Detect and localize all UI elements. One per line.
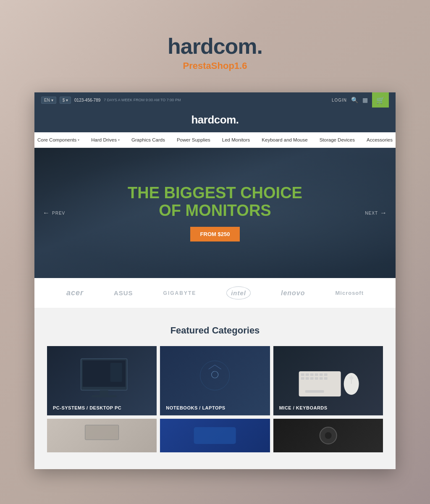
brand-microsoft[interactable]: Microsoft [335, 290, 364, 296]
svg-rect-15 [305, 377, 309, 380]
top-bar-left: EN ▾ $ ▾ 0123-456-789 7 DAYS A WEEK FROM… [41, 97, 181, 104]
cat-label-notebooks: NOTEBOOKS / LAPTOPS [160, 400, 231, 415]
brand-gigabyte[interactable]: GIGABYTE [163, 290, 197, 296]
svg-rect-17 [315, 377, 318, 380]
hero-highlight-2: MONITORS [186, 202, 271, 219]
svg-point-27 [325, 432, 331, 439]
featured-title: Featured Categories [47, 325, 383, 336]
currency-selector[interactable]: $ ▾ [60, 97, 71, 104]
slider-prev-button[interactable]: ← PREV [43, 209, 65, 217]
cart-button[interactable]: 🛒 [372, 92, 389, 108]
category-bottom-1[interactable] [47, 419, 157, 452]
category-notebooks[interactable]: NOTEBOOKS / LAPTOPS [160, 346, 270, 415]
categories-bottom-row [47, 419, 383, 452]
hero-headline-1: THE BIGGEST CHOICE [128, 184, 302, 202]
svg-rect-24 [85, 425, 119, 440]
svg-rect-4 [110, 363, 122, 382]
hero-highlight-1: THE BIGGEST [128, 184, 236, 202]
featured-section: Featured Categories PC-SYSTE [34, 308, 396, 469]
category-pc-systems[interactable]: PC-SYSTEMS / DESKTOP PC [47, 346, 157, 415]
nav-item-storage-devices[interactable]: Storage Devices [314, 132, 361, 147]
dropdown-arrow-icon: ▾ [78, 138, 79, 142]
svg-rect-11 [315, 373, 318, 376]
header-logo[interactable]: hardcom. [191, 113, 239, 126]
brand-acer[interactable]: acer [66, 289, 84, 297]
nav-item-accessories[interactable]: Accessories [361, 132, 399, 147]
brand-logo-sub: PrestaShop1.6 [8, 60, 422, 71]
categories-grid: PC-SYSTEMS / DESKTOP PC NOTEBOOKS / LAPT… [47, 346, 383, 415]
top-bar-right: LOGIN 🔍 ▦ 🛒 [332, 92, 389, 108]
page-background: hardcom. PrestaShop1.6 EN ▾ $ ▾ 0123-456… [0, 0, 430, 504]
svg-rect-14 [301, 377, 304, 380]
brand-logo-main: hardcom. [8, 34, 422, 59]
nav-item-core-components[interactable]: Core Components ▾ [31, 132, 85, 147]
phone-number: 0123-456-789 [74, 98, 100, 102]
svg-rect-9 [305, 373, 309, 376]
business-hours: 7 DAYS A WEEK FROM 9:00 AM TO 7:00 PM [104, 98, 181, 102]
svg-point-6 [212, 371, 218, 378]
brand-asus[interactable]: ASUS [114, 289, 133, 297]
svg-rect-2 [100, 390, 108, 395]
svg-rect-8 [301, 373, 304, 376]
cat-label-mice: MICE / KEYBOARDS [273, 400, 333, 415]
site-header: hardcom. [34, 108, 396, 132]
brands-bar: acer ASUS GIGABYTE intel lenovo Microsof… [34, 278, 396, 308]
nav-item-hard-drives[interactable]: Hard Drives ▾ [85, 132, 126, 147]
hero-slider: ← PREV THE BIGGEST CHOICE OF MONITORS FR… [34, 148, 396, 278]
category-bottom-2[interactable] [160, 419, 270, 452]
prev-arrow-icon: ← [43, 209, 50, 217]
svg-rect-18 [319, 377, 322, 380]
main-nav: Core Components ▾ Hard Drives ▾ Graphics… [34, 132, 396, 148]
svg-rect-20 [305, 390, 324, 393]
nav-item-power-supplies[interactable]: Power Supplies [171, 132, 216, 147]
svg-rect-3 [92, 395, 117, 397]
hero-headline-2: OF MONITORS [128, 202, 302, 220]
svg-point-23 [349, 376, 353, 380]
dropdown-arrow-icon: ▾ [118, 138, 120, 142]
brand-lenovo[interactable]: lenovo [281, 289, 305, 297]
brand-intel[interactable]: intel [226, 286, 251, 299]
store-window: EN ▾ $ ▾ 0123-456-789 7 DAYS A WEEK FROM… [34, 92, 396, 469]
hero-cta-button[interactable]: FROM $250 [190, 227, 240, 242]
nav-item-keyboard-mouse[interactable]: Keyboard and Mouse [256, 132, 313, 147]
svg-rect-19 [324, 377, 327, 380]
svg-rect-12 [319, 373, 322, 376]
svg-rect-10 [310, 373, 313, 376]
top-bar: EN ▾ $ ▾ 0123-456-789 7 DAYS A WEEK FROM… [34, 92, 396, 108]
search-icon[interactable]: 🔍 [351, 97, 358, 103]
nav-item-graphics-cards[interactable]: Graphics Cards [126, 132, 171, 147]
slider-next-button[interactable]: NEXT → [365, 209, 387, 217]
next-arrow-icon: → [380, 209, 387, 217]
category-bottom-3[interactable] [273, 419, 383, 452]
hero-content: THE BIGGEST CHOICE OF MONITORS FROM $250 [128, 184, 302, 242]
svg-rect-25 [194, 427, 236, 444]
svg-rect-13 [324, 373, 327, 376]
compare-icon[interactable]: ▦ [362, 97, 368, 103]
svg-rect-16 [310, 377, 313, 380]
nav-item-led-monitors[interactable]: Led Monitors [216, 132, 256, 147]
logo-section: hardcom. PrestaShop1.6 [0, 21, 430, 80]
cat-label-pc: PC-SYSTEMS / DESKTOP PC [47, 400, 127, 415]
login-button[interactable]: LOGIN [332, 98, 347, 102]
language-selector[interactable]: EN ▾ [41, 97, 56, 104]
category-mice-keyboards[interactable]: MICE / KEYBOARDS [273, 346, 383, 415]
